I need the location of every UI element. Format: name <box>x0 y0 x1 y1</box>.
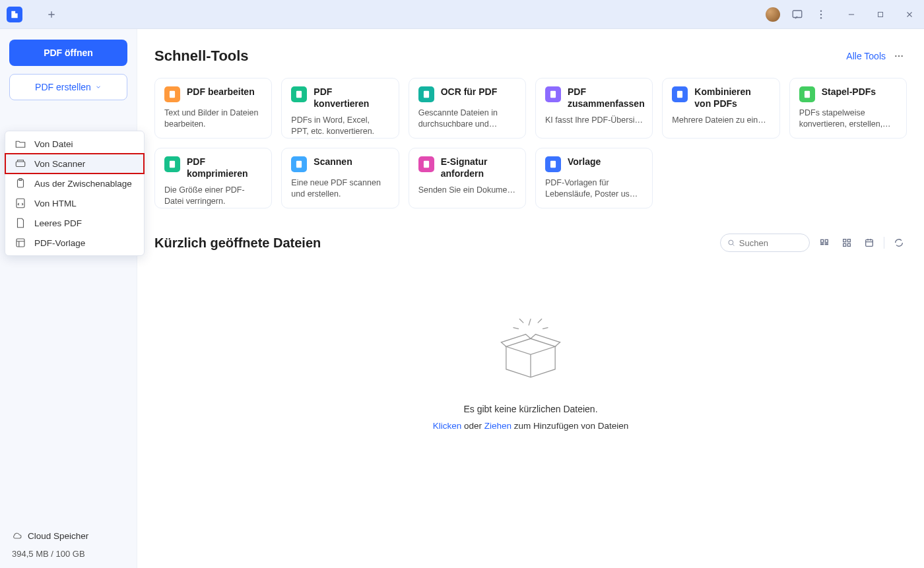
tool-card[interactable]: PDF komprimierenDie Größe einer PDF-Date… <box>154 148 272 208</box>
chat-icon[interactable] <box>789 7 805 22</box>
search-input[interactable] <box>739 238 803 248</box>
dd-label: Leeres PDF <box>34 218 82 228</box>
search-input-wrapper[interactable] <box>720 234 810 252</box>
dd-from-file[interactable]: Von Datei <box>5 134 144 154</box>
tool-desc: Senden Sie ein Dokument zur Signatur an … <box>418 185 516 196</box>
svg-rect-24 <box>170 161 175 168</box>
svg-rect-25 <box>296 161 302 168</box>
tool-icon <box>799 86 815 102</box>
svg-point-2 <box>820 13 822 15</box>
svg-rect-21 <box>550 91 556 98</box>
svg-rect-30 <box>825 239 828 242</box>
create-pdf-label: PDF erstellen <box>35 82 91 92</box>
svg-rect-34 <box>847 239 850 242</box>
template-icon <box>15 237 26 249</box>
svg-rect-19 <box>296 91 302 98</box>
empty-box-icon <box>488 310 574 389</box>
search-icon <box>727 238 735 247</box>
svg-rect-18 <box>170 91 175 98</box>
tool-desc: Text und Bilder in Dateien bearbeiten. <box>164 108 262 130</box>
tool-title: Vorlage <box>568 156 601 168</box>
tool-desc: PDFs in Word, Excel, PPT, etc. konvertie… <box>291 115 389 137</box>
svg-point-3 <box>820 17 822 18</box>
view-calendar-icon[interactable] <box>861 235 877 251</box>
tool-icon <box>545 86 561 102</box>
app-logo <box>7 7 22 22</box>
svg-point-1 <box>820 10 822 11</box>
dd-from-html[interactable]: Von HTML <box>5 193 144 213</box>
separator <box>884 237 884 249</box>
svg-rect-33 <box>843 239 846 242</box>
svg-rect-22 <box>677 91 682 98</box>
tool-title: E-Signatur anfordern <box>441 156 516 179</box>
quick-tools-title: Schnell-Tools <box>154 47 249 65</box>
dd-label: Von HTML <box>34 199 77 208</box>
refresh-icon[interactable] <box>891 235 907 251</box>
tool-title: PDF konvertieren <box>314 86 389 110</box>
window-close[interactable] <box>895 0 924 29</box>
window-minimize[interactable] <box>837 0 866 29</box>
dd-blank-pdf[interactable]: Leeres PDF <box>5 213 144 233</box>
svg-rect-13 <box>16 199 24 208</box>
svg-point-15 <box>895 55 896 57</box>
tool-card[interactable]: Kombinieren von PDFsMehrere Dateien zu e… <box>662 78 779 139</box>
svg-rect-23 <box>805 91 810 98</box>
tools-grid: PDF bearbeitenText und Bilder in Dateien… <box>154 78 907 208</box>
tool-title: PDF zusammenfassen <box>568 86 645 110</box>
window-maximize[interactable] <box>866 0 895 29</box>
tool-title: Scannen <box>314 156 352 168</box>
tool-title: PDF komprimieren <box>187 156 262 179</box>
tool-desc: KI fasst Ihre PDF-Übersicht, die wichtig… <box>545 115 643 126</box>
svg-point-28 <box>729 240 733 245</box>
tool-desc: Mehrere Dateien zu einer einzelnen PDF z… <box>672 115 770 126</box>
tool-icon <box>164 156 180 172</box>
cloud-icon <box>12 530 22 541</box>
tool-card[interactable]: Stapel-PDFsPDFs stapelweise konvertieren… <box>789 78 907 139</box>
tool-icon <box>291 86 307 102</box>
kebab-menu[interactable] <box>813 7 829 22</box>
tool-desc: Die Größe einer PDF-Datei verringern. <box>164 185 262 207</box>
avatar[interactable] <box>766 7 780 22</box>
empty-state: Es gibt keine kürzlichen Dateien. Klicke… <box>154 310 907 431</box>
view-grid-icon[interactable] <box>839 235 855 251</box>
tool-icon <box>672 86 688 102</box>
svg-rect-31 <box>821 243 824 244</box>
dd-template[interactable]: PDF-Vorlage <box>5 233 144 253</box>
dd-from-clipboard[interactable]: Aus der Zwischenablage <box>5 174 144 193</box>
tools-more-menu[interactable] <box>891 48 907 64</box>
new-tab-button[interactable] <box>41 5 62 24</box>
svg-rect-36 <box>847 243 850 246</box>
tool-desc: Gescannte Dateien in durchsuchbare und b… <box>418 108 516 130</box>
chevron-down-icon <box>95 84 102 90</box>
dd-from-scanner[interactable]: Von Scanner <box>5 154 144 174</box>
sidebar: PDF öffnen PDF erstellen PDFelement Clou… <box>0 29 137 568</box>
tool-card[interactable]: ScannenEine neue PDF scannen und erstell… <box>281 148 399 208</box>
tool-desc: PDF-Vorlagen für Lebensläufe, Poster usw… <box>545 177 643 200</box>
tool-card[interactable]: OCR für PDFGescannte Dateien in durchsuc… <box>409 78 526 139</box>
view-list-icon[interactable] <box>816 235 832 251</box>
empty-title: Es gibt keine kürzlichen Dateien. <box>463 404 597 414</box>
tool-icon <box>291 156 307 172</box>
tool-card[interactable]: PDF bearbeitenText und Bilder in Dateien… <box>154 78 272 139</box>
tool-card[interactable]: PDF konvertierenPDFs in Word, Excel, PPT… <box>281 78 399 139</box>
tool-card[interactable]: PDF zusammenfassenKI fasst Ihre PDF-Über… <box>535 78 653 139</box>
svg-rect-10 <box>16 162 25 167</box>
tool-title: OCR für PDF <box>441 86 498 98</box>
empty-drag-link[interactable]: Ziehen <box>484 421 512 431</box>
recent-title: Kürzlich geöffnete Dateien <box>154 236 321 251</box>
all-tools-link[interactable]: Alle Tools <box>846 51 886 61</box>
svg-rect-29 <box>821 239 824 242</box>
clipboard-icon <box>15 177 26 189</box>
cloud-storage-link[interactable]: Cloud Speicher <box>12 530 125 541</box>
tool-card[interactable]: VorlagePDF-Vorlagen für Lebensläufe, Pos… <box>535 148 653 208</box>
tool-title: Stapel-PDFs <box>822 86 876 98</box>
cloud-storage-label: Cloud Speicher <box>28 531 88 541</box>
svg-rect-37 <box>866 239 873 246</box>
empty-click-link[interactable]: Klicken <box>433 421 462 431</box>
tool-card[interactable]: E-Signatur anfordernSenden Sie ein Dokum… <box>409 148 526 208</box>
create-pdf-button[interactable]: PDF erstellen <box>9 74 127 100</box>
open-pdf-button[interactable]: PDF öffnen <box>9 40 127 66</box>
svg-rect-14 <box>16 239 24 247</box>
scanner-icon <box>15 158 26 170</box>
tool-icon <box>164 86 180 102</box>
